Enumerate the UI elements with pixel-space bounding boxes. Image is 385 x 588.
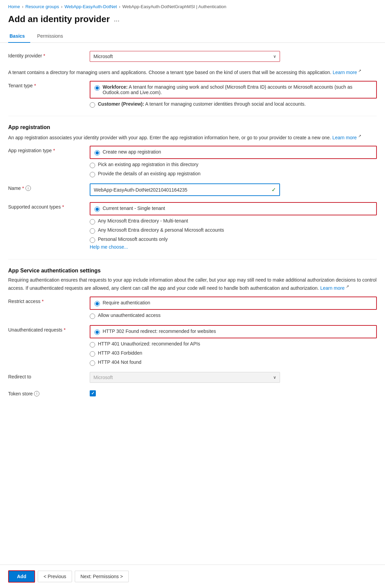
app-reg-create-new-label: Create new app registration (103, 149, 161, 155)
app-reg-provide-details-option[interactable]: Provide the details of an existing app r… (90, 171, 377, 177)
tenant-workforce-radio[interactable] (94, 85, 100, 91)
app-reg-pick-existing-radio[interactable] (90, 163, 95, 168)
app-registration-section: App registration An app registration ass… (8, 124, 377, 250)
app-reg-multi-tenant-label: Any Microsoft Entra directory - Multi-te… (98, 218, 188, 224)
require-auth-option[interactable]: Require authentication (90, 297, 377, 310)
tenant-workforce-rest: A tenant for managing using work and sch… (103, 84, 352, 95)
app-reg-type-required: * (53, 148, 55, 153)
tenant-workforce-option[interactable]: Workforce: A tenant for managing using w… (90, 81, 377, 99)
app-reg-create-new-option[interactable]: Create new app registration (90, 146, 377, 159)
http401-label: HTTP 401 Unauthorized: recommended for A… (98, 341, 200, 346)
next-button[interactable]: Next: Permissions > (75, 571, 129, 582)
app-reg-type-label: App registration type * (8, 146, 90, 153)
restrict-access-label: Restrict access * (8, 297, 90, 304)
token-store-checkbox[interactable] (90, 390, 96, 396)
http401-option[interactable]: HTTP 401 Unauthorized: recommended for A… (90, 341, 377, 348)
http401-radio[interactable] (90, 342, 95, 348)
page-menu-icon[interactable]: ... (114, 15, 120, 23)
redirect-to-select[interactable]: Microsoft ∨ (90, 372, 280, 383)
require-auth-radio[interactable] (94, 301, 100, 306)
app-reg-account-types-options: Current tenant - Single tenant Any Micro… (90, 202, 377, 250)
app-reg-provide-details-label: Provide the details of an existing app r… (98, 171, 200, 176)
breadcrumb: Home › Resource groups › WebApp-EasyAuth… (0, 0, 385, 12)
http403-option[interactable]: HTTP 403 Forbidden (90, 350, 377, 357)
app-reg-learn-more-link[interactable]: Learn more (332, 135, 357, 140)
tenant-workforce-bold: Workforce: (103, 84, 128, 90)
http302-radio[interactable] (94, 329, 100, 335)
allow-unauth-option[interactable]: Allow unauthenticated access (90, 313, 377, 319)
app-reg-single-tenant-radio[interactable] (94, 207, 100, 212)
tenant-customer-option[interactable]: Customer (Preview): A tenant for managin… (90, 101, 377, 108)
http404-label: HTTP 404 Not found (98, 359, 141, 365)
app-reg-name-row: Name * i WebApp-EasyAuth-DotNet202104011… (8, 183, 377, 196)
app-reg-multi-personal-radio[interactable] (90, 228, 95, 234)
breadcrumb-home[interactable]: Home (8, 4, 20, 9)
breadcrumb-current: WebApp-EasyAuth-DotNetGraphMSI | Authent… (122, 4, 226, 9)
app-reg-create-new-radio[interactable] (94, 150, 100, 156)
identity-provider-row: Identity provider * Microsoft ∨ (8, 51, 377, 62)
app-reg-personal-only-radio[interactable] (90, 237, 95, 243)
tenant-type-options: Workforce: A tenant for managing using w… (90, 81, 377, 108)
app-reg-name-label: Name * i (8, 183, 90, 191)
breadcrumb-sep-3: › (119, 4, 120, 9)
app-reg-type-row: App registration type * Create new app r… (8, 146, 377, 177)
footer-bar: Add < Previous Next: Permissions > (0, 565, 385, 588)
app-reg-personal-only-option[interactable]: Personal Microsoft accounts only (90, 236, 377, 243)
app-reg-provide-details-radio[interactable] (90, 172, 95, 177)
footer-spacer (8, 406, 377, 433)
http404-option[interactable]: HTTP 404 Not found (90, 359, 377, 366)
app-reg-name-input[interactable]: WebApp-EasyAuth-DotNet20210401164235 (94, 187, 272, 193)
app-reg-multi-personal-option[interactable]: Any Microsoft Entra directory & personal… (90, 227, 377, 234)
tenant-customer-radio[interactable] (90, 102, 95, 108)
breadcrumb-webapp[interactable]: WebApp-EasyAuth-DotNet (65, 4, 117, 9)
add-button[interactable]: Add (8, 570, 35, 583)
app-reg-multi-tenant-radio[interactable] (90, 219, 95, 225)
divider-2 (8, 259, 377, 260)
restrict-access-options: Require authentication Allow unauthentic… (90, 297, 377, 319)
app-service-auth-section: App Service authentication settings Requ… (8, 268, 377, 396)
app-reg-name-info-icon[interactable]: i (25, 185, 31, 191)
help-me-choose-link[interactable]: Help me choose... (90, 244, 377, 250)
page-header: Add an identity provider ... (0, 12, 385, 30)
allow-unauth-radio[interactable] (90, 314, 95, 319)
tenant-learn-more-link[interactable]: Learn more (333, 70, 357, 75)
http302-option[interactable]: HTTP 302 Found redirect: recommended for… (90, 325, 377, 338)
external-link-icon: ↗ (358, 69, 361, 73)
app-reg-pick-existing-option[interactable]: Pick an existing app registration in thi… (90, 162, 377, 168)
tenant-type-required: * (34, 83, 36, 88)
http403-radio[interactable] (90, 351, 95, 357)
breadcrumb-resource-groups[interactable]: Resource groups (25, 4, 59, 9)
app-reg-ext-link-icon: ↗ (358, 134, 361, 138)
app-registration-description: An app registration associates your iden… (8, 133, 377, 141)
app-reg-account-types-label: Supported account types * (8, 202, 90, 210)
identity-provider-select[interactable]: Microsoft ∨ (90, 51, 280, 62)
token-store-label: Token store i (8, 389, 90, 396)
token-store-info-icon[interactable]: i (34, 391, 39, 396)
tab-permissions[interactable]: Permissions (36, 30, 68, 43)
tenant-type-radio-group: Workforce: A tenant for managing using w… (90, 81, 377, 108)
tenant-customer-rest: A tenant for managing customer identitie… (145, 101, 305, 107)
restrict-access-radio-group: Require authentication Allow unauthentic… (90, 297, 377, 319)
previous-button[interactable]: < Previous (38, 571, 72, 582)
app-reg-single-tenant-option[interactable]: Current tenant - Single tenant (90, 202, 377, 215)
breadcrumb-sep-1: › (22, 4, 23, 9)
chevron-down-icon: ∨ (273, 54, 276, 59)
redirect-to-placeholder: Microsoft (93, 375, 113, 380)
tabs: Basics Permissions (0, 30, 385, 43)
tenant-customer-label: Customer (Preview): A tenant for managin… (98, 101, 306, 107)
restrict-access-required: * (42, 299, 43, 304)
tenant-customer-bold: Customer (Preview): (98, 101, 144, 107)
tab-basics[interactable]: Basics (8, 30, 30, 43)
app-service-auth-title: App Service authentication settings (8, 268, 377, 274)
divider-1 (8, 116, 377, 116)
require-auth-label: Require authentication (103, 300, 150, 305)
app-reg-pick-existing-label: Pick an existing app registration in thi… (98, 162, 198, 167)
identity-provider-label: Identity provider * (8, 51, 90, 58)
app-service-auth-ext-link-icon: ↗ (346, 284, 349, 288)
http404-radio[interactable] (90, 360, 95, 366)
app-reg-single-tenant-label: Current tenant - Single tenant (103, 206, 165, 211)
app-service-auth-learn-more-link[interactable]: Learn more (320, 285, 345, 291)
redirect-to-chevron-icon: ∨ (273, 375, 276, 380)
app-reg-multi-tenant-option[interactable]: Any Microsoft Entra directory - Multi-te… (90, 218, 377, 225)
http403-label: HTTP 403 Forbidden (98, 350, 142, 356)
